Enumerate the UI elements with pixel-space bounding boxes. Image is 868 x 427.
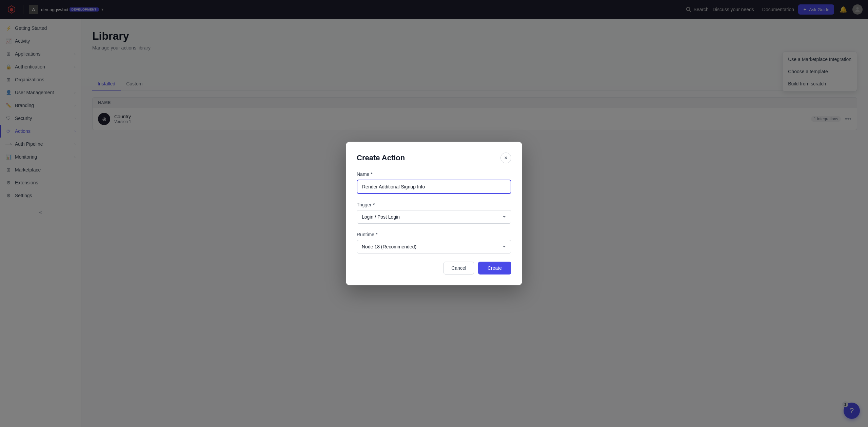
cancel-button[interactable]: Cancel (443, 262, 474, 274)
trigger-label: Trigger * (357, 202, 511, 207)
modal-overlay[interactable]: Create Action × Name * Trigger * Login /… (0, 0, 868, 427)
runtime-select[interactable]: Node 18 (Recommended) Node 16 (357, 240, 511, 253)
name-input[interactable] (357, 180, 511, 194)
name-form-group: Name * (357, 171, 511, 194)
name-label: Name * (357, 171, 511, 177)
trigger-select[interactable]: Login / Post Login Machine to Machine Pr… (357, 210, 511, 224)
runtime-label: Runtime * (357, 232, 511, 237)
modal-close-button[interactable]: × (500, 152, 511, 163)
modal-title: Create Action (357, 154, 405, 162)
create-action-modal: Create Action × Name * Trigger * Login /… (346, 142, 522, 285)
runtime-form-group: Runtime * Node 18 (Recommended) Node 16 (357, 232, 511, 253)
trigger-form-group: Trigger * Login / Post Login Machine to … (357, 202, 511, 224)
modal-header: Create Action × (357, 152, 511, 163)
modal-footer: Cancel Create (357, 262, 511, 274)
create-button[interactable]: Create (478, 262, 511, 274)
